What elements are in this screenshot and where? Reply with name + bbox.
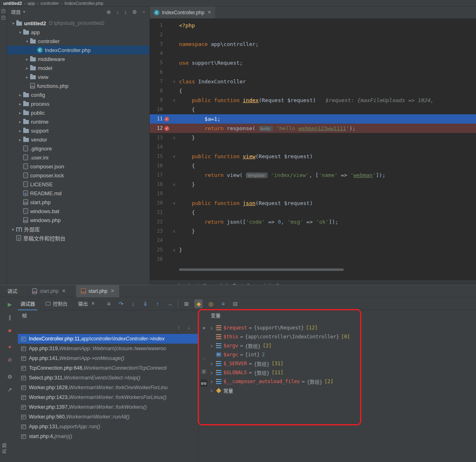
chevron-right-icon[interactable]: ▸ [10, 227, 16, 231]
mute-ring-button[interactable]: ◎ [207, 299, 215, 308]
title-breadcrumb-item[interactable]: untitled2 [3, 1, 22, 6]
editor-tab-indexcontroller[interactable]: IndexController.php ✕ [150, 7, 215, 18]
fold-gutter[interactable] [171, 217, 177, 227]
tree-item[interactable]: S草稿文件和控制台 [7, 233, 149, 242]
chevron-down-icon[interactable]: ▾ [17, 30, 23, 35]
fold-gutter[interactable]: ∧ [171, 133, 177, 142]
fold-gutter[interactable] [171, 49, 177, 58]
tree-item[interactable]: windows.bat [7, 207, 149, 216]
chevron-right-icon[interactable]: ▸ [17, 111, 23, 115]
force-step-into-button[interactable]: ⇓ [141, 299, 149, 308]
fold-open-icon[interactable]: ∨ [173, 154, 175, 159]
show-watches-button[interactable]: oo [200, 379, 207, 387]
expand-all-button[interactable]: ↓ [116, 9, 119, 15]
tool-stripe-icon[interactable] [2, 9, 5, 13]
title-breadcrumb-item[interactable]: app [28, 1, 35, 6]
fold-gutter[interactable]: ∨ [171, 152, 177, 161]
breakpoint-gutter[interactable] [163, 105, 171, 114]
fold-gutter[interactable] [171, 236, 177, 245]
copy-value-button[interactable]: ▣ [200, 367, 207, 375]
frame-row[interactable]: Worker.php:1423, Workerman\Worker::forkW… [18, 392, 198, 402]
fold-gutter[interactable] [171, 124, 177, 133]
chevron-right-icon[interactable]: › [209, 343, 214, 348]
code-line[interactable]: 19 [150, 189, 476, 198]
code-line[interactable]: 16 { [150, 161, 476, 170]
remove-watch-button[interactable]: − [200, 355, 207, 362]
fold-open-icon[interactable]: ∨ [173, 98, 175, 102]
close-icon[interactable]: ✕ [62, 288, 66, 294]
numbered-list-button[interactable]: ≡ [219, 299, 227, 308]
breakpoints-diamond-button[interactable]: ◆ [194, 299, 203, 308]
breakpoint-gutter[interactable] [163, 86, 171, 96]
code-line[interactable]: 22 return json(['code' => 0, 'msg' => 'o… [150, 217, 476, 227]
run-to-cursor-button[interactable]: → [166, 299, 174, 308]
code-line[interactable]: 21 { [150, 208, 476, 217]
chevron-right-icon[interactable]: › [209, 370, 214, 375]
fold-gutter[interactable] [171, 86, 177, 96]
chevron-right-icon[interactable]: ▸ [17, 129, 23, 133]
fold-close-icon[interactable]: ∧ [173, 135, 175, 140]
fold-gutter[interactable]: ∧ [171, 227, 177, 236]
threads-view-button[interactable]: ⊞ [182, 299, 190, 308]
breakpoint-gutter[interactable] [163, 21, 171, 30]
fold-gutter[interactable] [171, 58, 177, 68]
tab-console[interactable]: 控制台 [43, 297, 70, 310]
breakpoint-gutter[interactable] [163, 96, 171, 105]
tree-item[interactable]: ▸vendor [7, 135, 149, 144]
variable-row[interactable]: $this = {app\controller\IndexController}… [209, 332, 476, 341]
fold-gutter[interactable] [171, 105, 177, 114]
code-line[interactable]: 23∧ } [150, 227, 476, 236]
fold-gutter[interactable] [171, 68, 177, 77]
tree-item[interactable]: ▸support [7, 126, 149, 135]
chevron-right-icon[interactable]: ▸ [17, 120, 23, 124]
add-watch-button[interactable]: + [200, 324, 207, 331]
tree-item[interactable]: LICENSE [7, 180, 149, 189]
variable-row[interactable]: ›$_SERVER = {数组} [31] [209, 359, 476, 368]
code-line[interactable]: 4 [150, 49, 476, 58]
breakpoint-gutter[interactable] [163, 77, 171, 86]
tree-item[interactable]: ▸外部库 [7, 224, 149, 233]
code-line[interactable]: 10 { [150, 105, 476, 114]
frame-row[interactable]: Select.php:311, Workerman\Events\Select-… [18, 373, 198, 383]
horizontal-scrollbar[interactable] [179, 268, 344, 271]
code-line[interactable]: 11 $a=1; [150, 114, 476, 124]
fold-gutter[interactable]: ∧ [171, 245, 177, 255]
variable-row[interactable]: ›常量 [209, 386, 476, 395]
code-line[interactable]: 6 [150, 68, 476, 77]
chevron-right-icon[interactable]: ▸ [17, 137, 23, 142]
chevron-right-icon[interactable]: ▸ [17, 93, 23, 97]
code-line[interactable]: 9∨ public function index(Request $reques… [150, 96, 476, 105]
code-line[interactable]: 2 [150, 30, 476, 39]
chevron-right-icon[interactable]: ▸ [17, 102, 23, 106]
pause-button[interactable]: ∥ [6, 314, 13, 321]
code-line[interactable]: 24 [150, 236, 476, 245]
code-line[interactable]: 20∨ public function json(Request $reques… [150, 198, 476, 208]
tree-item[interactable]: IndexController.php [7, 46, 149, 54]
breakpoint-gutter[interactable] [163, 152, 171, 161]
step-into-button[interactable]: ↓ [129, 299, 137, 308]
chevron-right-icon[interactable]: › [209, 388, 214, 393]
code-line[interactable]: 8{ [150, 86, 476, 96]
chevron-right-icon[interactable]: › [209, 379, 214, 384]
fold-close-icon[interactable]: ∧ [173, 248, 175, 252]
tree-item[interactable]: ▾controller [7, 37, 149, 46]
fold-gutter[interactable] [171, 189, 177, 198]
breakpoint-gutter[interactable] [163, 49, 171, 58]
hamburger-menu-button[interactable]: ≡ [105, 299, 113, 308]
fold-gutter[interactable] [171, 208, 177, 217]
breakpoint-gutter[interactable] [163, 68, 171, 77]
tree-item[interactable]: composer.json [7, 162, 149, 171]
tree-item[interactable]: ▸process [7, 99, 149, 108]
frame-row[interactable]: start.php:4, {main}() [18, 431, 198, 441]
fold-open-icon[interactable]: ∨ [173, 79, 175, 84]
variable-row[interactable]: ›$GLOBALS = {数组} [11] [209, 368, 476, 377]
stop-button[interactable]: ■ [6, 327, 13, 334]
tree-item[interactable]: ▸model [7, 63, 149, 72]
rerun-debug-button[interactable]: ▶ [6, 301, 13, 308]
fold-gutter[interactable] [171, 114, 177, 124]
frame-row[interactable]: App.php:319, Webman\App::Webman\{closure… [18, 344, 198, 353]
breakpoint-gutter[interactable] [163, 255, 171, 264]
breakpoint-gutter[interactable] [163, 180, 171, 189]
fold-gutter[interactable]: ∧ [171, 180, 177, 189]
chevron-down-icon[interactable]: ▾ [24, 39, 30, 44]
